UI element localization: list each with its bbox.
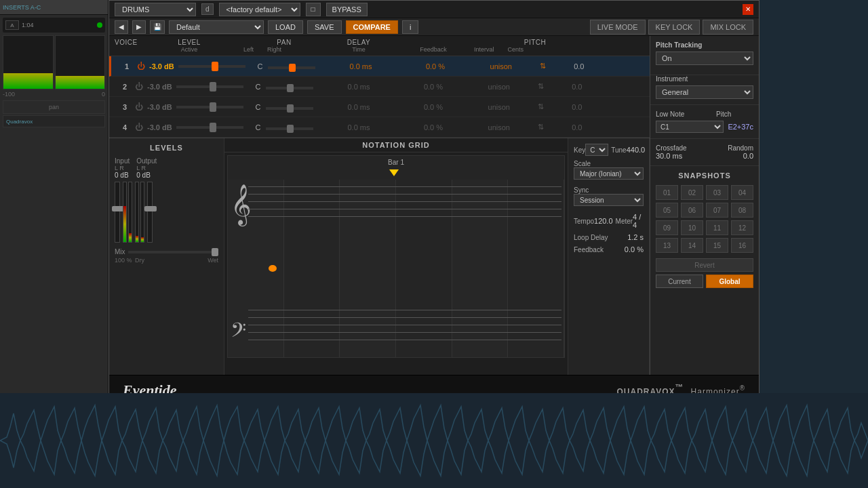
factory-preset-select[interactable]: <factory default> <box>219 3 300 16</box>
feedback-val-3: 0.0 % <box>393 103 474 111</box>
pitch-arrows-2[interactable]: ⇅ <box>538 82 544 91</box>
compare-btn[interactable]: COMPARE <box>346 20 398 34</box>
power-icon-1[interactable]: ⏻ <box>137 62 145 71</box>
instrument-label: Instrument <box>656 75 753 83</box>
output-vu-meters <box>135 182 144 243</box>
save-icon-btn[interactable]: 💾 <box>150 20 165 34</box>
snap-03[interactable]: 03 <box>706 185 728 200</box>
power-icon-3[interactable]: ⏻ <box>135 102 143 112</box>
revert-btn[interactable]: Revert <box>656 258 753 272</box>
vu-right <box>55 35 106 89</box>
bass-line-2 <box>248 317 561 318</box>
snap-14[interactable]: 14 <box>681 238 703 253</box>
snap-01[interactable]: 01 <box>656 185 678 200</box>
level-slider-2[interactable] <box>176 85 243 88</box>
input-vu-meters <box>123 182 132 243</box>
mix-lock-btn[interactable]: MIX LOCK <box>703 20 753 35</box>
voice-row-2: 2 ⏻ -3.0 dB C 0.0 ms <box>109 77 650 97</box>
nav-next-btn[interactable]: ▶ <box>132 20 146 34</box>
snap-05[interactable]: 05 <box>656 203 678 218</box>
output-vu-l <box>135 182 139 243</box>
snap-15[interactable]: 15 <box>706 238 728 253</box>
key-select[interactable]: C <box>585 144 608 156</box>
power-icon-4[interactable]: ⏻ <box>135 123 143 132</box>
plugin-bar2: ◀ ▶ 💾 Default LOAD SAVE COMPARE i LIVE M… <box>109 18 759 36</box>
copy-btn[interactable]: □ <box>306 3 321 16</box>
pitch-cents-2: 0.0 <box>572 83 582 91</box>
pitch-arrows-3[interactable]: ⇅ <box>538 102 544 111</box>
crossfade-label: Crossfade <box>656 144 687 152</box>
live-mode-btn[interactable]: LIVE MODE <box>590 20 646 35</box>
drums-preset-select[interactable]: DRUMS <box>115 3 196 16</box>
keys-panel: Key C Tune 440.0 Scale Major (Ionian) <box>568 138 650 375</box>
loop-feedback-row: Feedback 0.0 % <box>574 245 644 253</box>
vu-left <box>3 35 54 89</box>
pitch-cents-3: 0.0 <box>572 103 582 111</box>
pitch-tracking-label: Pitch Tracking <box>656 41 753 49</box>
snap-16[interactable]: 16 <box>731 238 753 253</box>
scale-label: Scale <box>574 160 644 167</box>
pan-cell-3: C <box>243 103 325 111</box>
level-slider-3[interactable] <box>176 106 243 108</box>
pitch-arrows-4[interactable]: ⇅ <box>538 123 544 131</box>
snap-12[interactable]: 12 <box>731 220 753 235</box>
plugin-window: DRUMS d <factory default> □ BYPASS ✕ ◀ ▶… <box>108 0 760 393</box>
pan-display: pan <box>3 100 105 114</box>
snap-08[interactable]: 08 <box>731 203 753 218</box>
pitch-tracking-select[interactable]: On <box>656 52 753 65</box>
sync-label: Sync <box>574 186 644 194</box>
save-btn[interactable]: SAVE <box>307 20 342 34</box>
daw-top-bar: INSERTS A-C <box>0 0 108 15</box>
pan-slider-3[interactable] <box>266 107 313 110</box>
snap-07[interactable]: 07 <box>706 203 728 218</box>
voice-num-4: 4 <box>115 123 135 131</box>
snap-04[interactable]: 04 <box>731 185 753 200</box>
delay-val-4: 0.0 ms <box>325 123 393 131</box>
preset-select-main[interactable]: Default <box>169 20 264 34</box>
snap-06[interactable]: 06 <box>681 203 703 218</box>
pan-slider-2[interactable] <box>266 87 313 89</box>
level-slider-4[interactable] <box>176 126 243 129</box>
pitch-cents-1: 0.0 <box>574 62 584 70</box>
plugin-slot-label: Quadravox <box>6 119 33 125</box>
pitch-arrows-1[interactable]: ⇅ <box>540 62 546 70</box>
key-lock-btn[interactable]: KEY LOCK <box>648 20 701 35</box>
feedback-val-2: 0.0 % <box>393 83 474 91</box>
load-btn[interactable]: LOAD <box>268 20 303 34</box>
info-btn[interactable]: i <box>402 20 418 34</box>
input-fader[interactable] <box>115 182 120 243</box>
output-label: Output <box>136 157 157 165</box>
faders-area <box>115 182 218 243</box>
low-note-select[interactable]: C1 <box>656 121 724 133</box>
global-btn[interactable]: Global <box>706 274 753 288</box>
snap-11[interactable]: 11 <box>706 220 728 235</box>
level-slider-1[interactable] <box>178 65 245 68</box>
instrument-select[interactable]: General <box>656 85 753 99</box>
voice-active-3: ⏻ -3.0 dB <box>135 102 243 112</box>
pitch-value: E2+37c <box>728 123 753 131</box>
snapshots-title: SNAPSHOTS <box>656 171 753 180</box>
snap-09[interactable]: 09 <box>656 220 678 235</box>
level-val-1: -3.0 dB <box>149 62 174 70</box>
output-fader-knob <box>144 206 157 211</box>
low-note-section: Low Note Pitch C1 E2+37c <box>650 105 759 139</box>
bypass-btn[interactable]: BYPASS <box>326 3 368 16</box>
snap-10[interactable]: 10 <box>681 220 703 235</box>
pan-slider-1[interactable] <box>268 66 315 69</box>
power-icon-2[interactable]: ⏻ <box>135 82 143 92</box>
plugin-slot[interactable]: Quadravox <box>3 115 105 127</box>
output-fader[interactable] <box>147 182 153 243</box>
sync-select[interactable]: Session <box>574 194 644 206</box>
snap-02[interactable]: 02 <box>681 185 703 200</box>
input-db: 0 dB <box>115 171 130 179</box>
drums-key-badge: d <box>201 3 214 15</box>
snap-13[interactable]: 13 <box>656 238 678 253</box>
tempo-value: 120.0 <box>594 217 613 225</box>
pan-slider-4[interactable] <box>266 127 313 130</box>
mix-slider[interactable] <box>128 251 218 253</box>
current-btn[interactable]: Current <box>656 274 703 288</box>
scale-select[interactable]: Major (Ionian) <box>574 167 644 180</box>
close-btn[interactable]: ✕ <box>743 4 753 15</box>
track-sub-label: 1:04 <box>22 22 34 28</box>
nav-prev-btn[interactable]: ◀ <box>115 20 128 34</box>
